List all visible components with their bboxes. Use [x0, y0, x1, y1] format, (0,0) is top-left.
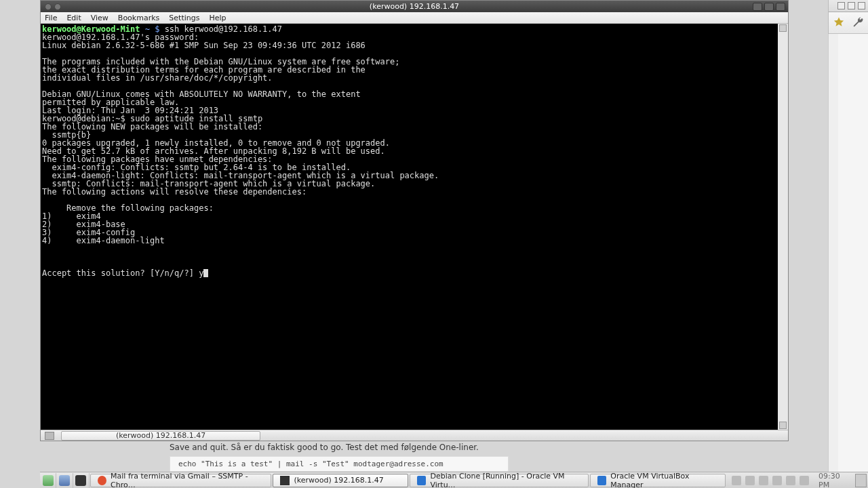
task-label: Debian Clone [Running] - Oracle VM Virtu…: [430, 472, 581, 489]
star-icon[interactable]: [833, 16, 845, 28]
taskbar: Mail fra terminal via Gmail – SSMTP - Ch…: [40, 472, 868, 488]
tray-network-icon[interactable]: [759, 476, 768, 485]
scroll-up-icon[interactable]: [779, 24, 787, 32]
terminal-icon: [75, 475, 86, 486]
virtualbox-icon: [597, 476, 606, 485]
page-code-block: echo "This is a test" | mail -s "Test" m…: [170, 456, 509, 472]
browser-min-icon[interactable]: [837, 2, 845, 9]
terminal-titlebar[interactable]: (kerwood) 192.168.1.47: [41, 1, 788, 12]
task-chrome[interactable]: Mail fra terminal via Gmail – SSMTP - Ch…: [90, 474, 271, 487]
menu-settings[interactable]: Settings: [169, 14, 199, 22]
tray-update-icon[interactable]: [745, 476, 755, 485]
browser-close-icon[interactable]: [858, 2, 865, 9]
task-terminal[interactable]: (kerwood) 192.168.1.47: [273, 474, 408, 487]
maximize-button[interactable]: [764, 3, 774, 11]
quicklaunch-files[interactable]: [56, 473, 73, 488]
file-manager-icon: [59, 475, 70, 486]
menu-edit[interactable]: Edit: [66, 14, 81, 22]
menu-bookmarks[interactable]: Bookmarks: [118, 14, 159, 22]
window-title: (kerwood) 192.168.1.47: [41, 2, 788, 11]
terminal-line: 4) exim4-daemon-light: [42, 236, 165, 245]
wrench-icon[interactable]: [852, 16, 864, 28]
quicklaunch-terminal[interactable]: [73, 473, 90, 488]
titlebar-dot-2-icon: [54, 3, 61, 10]
terminal-line: The following actions will resolve these…: [42, 187, 307, 197]
task-vm-debian[interactable]: Debian Clone [Running] - Oracle VM Virtu…: [410, 474, 589, 487]
tray-bluetooth-icon[interactable]: [772, 476, 782, 485]
minimize-button[interactable]: [753, 3, 762, 11]
tray-volume-icon[interactable]: [786, 476, 795, 485]
task-label: Mail fra terminal via Gmail – SSMTP - Ch…: [111, 472, 264, 489]
browser-tabstrip: [829, 0, 868, 12]
taskbar-clock[interactable]: 09:30 PM: [814, 472, 855, 489]
chrome-icon: [98, 476, 106, 485]
browser-max-icon[interactable]: [848, 2, 855, 9]
menu-file[interactable]: File: [45, 14, 57, 22]
new-tab-icon[interactable]: [45, 432, 54, 440]
system-tray: [726, 476, 814, 485]
virtualbox-icon: [417, 476, 426, 485]
show-desktop-button[interactable]: [855, 474, 867, 487]
browser-scrollbar[interactable]: [828, 34, 838, 474]
start-menu-button[interactable]: [40, 473, 56, 488]
terminal-tab-label: (kerwood) 192.168.1.47: [116, 431, 205, 440]
tray-power-icon[interactable]: [800, 476, 809, 485]
terminal-statusbar: (kerwood) 192.168.1.47: [41, 430, 788, 441]
terminal-task-icon: [280, 476, 290, 485]
scroll-down-icon[interactable]: [779, 422, 787, 429]
task-label: Oracle VM VirtualBox Manager: [610, 472, 718, 489]
cursor-icon: [203, 269, 208, 277]
menu-view[interactable]: View: [91, 14, 108, 22]
titlebar-dot-1-icon: [45, 3, 52, 10]
tray-shield-icon[interactable]: [732, 476, 741, 485]
background-browser-chrome: [828, 0, 868, 474]
terminal-line: individual files in /usr/share/doc/*/cop…: [42, 73, 273, 83]
page-body-text: Save and quit. Så er du faktisk good to …: [170, 443, 787, 452]
terminal-content[interactable]: kerwood@Kerwood-Mint ~ $ ssh kerwood@192…: [41, 24, 778, 430]
menu-help[interactable]: Help: [209, 14, 226, 22]
terminal-menubar: File Edit View Bookmarks Settings Help: [41, 12, 788, 24]
close-button[interactable]: [776, 3, 785, 11]
terminal-line: Linux debian 2.6.32-5-686 #1 SMP Sun Sep…: [42, 41, 366, 50]
terminal-tab[interactable]: (kerwood) 192.168.1.47: [61, 431, 260, 441]
mint-logo-icon: [43, 475, 54, 486]
terminal-line: Accept this solution? [Y/n/q/?] y: [42, 268, 203, 278]
task-vm-manager[interactable]: Oracle VM VirtualBox Manager: [590, 474, 726, 487]
terminal-window: (kerwood) 192.168.1.47 File Edit View Bo…: [40, 0, 789, 441]
browser-toolbar: [829, 12, 868, 34]
terminal-scrollbar[interactable]: [778, 24, 788, 430]
task-label: (kerwood) 192.168.1.47: [294, 476, 383, 485]
